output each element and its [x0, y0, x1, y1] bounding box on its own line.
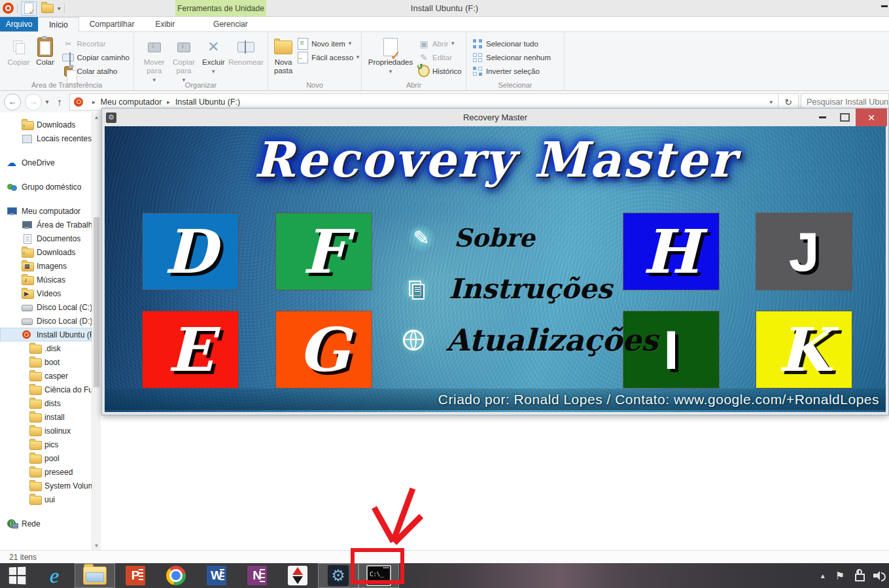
taskbar-internet-explorer-button[interactable]: e [34, 563, 75, 588]
close-button[interactable]: ✕ [856, 109, 887, 126]
tab-gerenciar[interactable]: Gerenciar [185, 17, 275, 31]
easy-access-button[interactable]: Fácil acesso ▼ [297, 52, 360, 63]
sidebar-item-boot[interactable]: boot [0, 355, 92, 369]
properties-button[interactable]: Propriedades ▼ [368, 35, 413, 76]
select-all-button[interactable]: Selecionar tudo [472, 38, 551, 49]
forward-button[interactable]: → [25, 94, 42, 111]
copy-to-button[interactable]: Copiar para ▼ [169, 35, 198, 84]
paste-shortcut-button[interactable]: Colar atalho [62, 65, 130, 77]
rename-label: Renomear [228, 58, 264, 67]
sidebar-item-pool[interactable]: pool [0, 451, 92, 465]
tab-compartilhar[interactable]: Compartilhar [79, 17, 145, 31]
sidebar-item-disco-local-c-[interactable]: Disco Local (C:) [0, 300, 92, 314]
scroll-down-icon[interactable]: ▼ [92, 541, 101, 550]
drive-tile-k[interactable]: K [756, 311, 852, 388]
open-button[interactable]: ▣ Abrir ▼ [418, 38, 462, 49]
maximize-button[interactable] [833, 109, 856, 126]
taskbar-start-button[interactable] [0, 563, 34, 588]
sidebar-item-label: Rede [22, 519, 41, 528]
breadcrumb-computer[interactable]: Meu computador [101, 97, 162, 107]
taskbar-file-explorer-button[interactable] [75, 563, 115, 588]
sidebar-item-imagens[interactable]: ▦Imagens [0, 259, 92, 273]
sidebar-item-system-volume[interactable]: System Volume [0, 479, 92, 493]
edit-button[interactable]: ✎ Editar [418, 52, 462, 63]
address-dropdown-icon[interactable]: ▾ [769, 99, 773, 105]
sidebar-item-ci-ncia-do-futu[interactable]: Ciência do Futu [0, 383, 92, 396]
qat-new-folder-button[interactable] [40, 2, 54, 15]
sidebar-item-disco-local-d-[interactable]: Disco Local (D:) [0, 314, 92, 328]
sidebar-item-uui[interactable]: uui [0, 493, 92, 506]
sidebar-item-v-deos[interactable]: ▶Vídeos [0, 286, 92, 300]
group-label-open: Abrir [362, 81, 466, 89]
drive-tile-g[interactable]: G [276, 311, 372, 388]
window-minimize-icon[interactable] [881, 5, 888, 7]
drive-tile-e[interactable]: E [143, 311, 238, 388]
taskbar-chrome-button[interactable] [156, 563, 196, 588]
sidebar-item-install-ubuntu-f-[interactable]: Install Ubuntu (F: [0, 328, 92, 341]
sidebar-item-dists[interactable]: dists [0, 396, 92, 410]
select-none-button[interactable]: Selecionar nenhum [472, 52, 551, 63]
up-button[interactable]: ↑ [52, 96, 67, 107]
taskbar-powerpoint-button[interactable]: P [115, 563, 156, 588]
sidebar-item-install[interactable]: install [0, 410, 92, 424]
delete-button[interactable]: ✕ Excluir ▼ [200, 35, 228, 76]
sidebar-item-onedrive[interactable]: ☁OneDrive [0, 156, 92, 169]
back-button[interactable]: ← [4, 94, 21, 111]
drive-tile-j[interactable]: J [756, 213, 852, 290]
scrollbar-thumb[interactable] [94, 217, 99, 387]
network-icon[interactable] [854, 572, 864, 580]
edit-label: Editar [432, 54, 452, 61]
drive-tile-d[interactable]: D [143, 213, 238, 290]
sidebar-item-pics[interactable]: pics [0, 438, 92, 451]
drive-tile-h[interactable]: H [623, 213, 719, 290]
recovery-logo-text: Recovery Master [105, 131, 886, 188]
menu-instrucoes[interactable]: Instruções [402, 273, 612, 305]
sidebar-item--rea-de-trabalho[interactable]: Área de Trabalho [0, 218, 92, 232]
move-to-button[interactable]: Mover para ▼ [140, 35, 168, 84]
sidebar-item-grupo-dom-stico[interactable]: Grupo doméstico [0, 180, 92, 194]
sidebar-item-downloads[interactable]: Downloads [0, 245, 92, 259]
qat-properties-button[interactable] [21, 1, 37, 16]
menu-sobre[interactable]: ✎ Sobre [407, 223, 535, 252]
taskbar-word-button[interactable]: W [196, 563, 237, 588]
sidebar-item--disk[interactable]: .disk [0, 341, 92, 355]
properties-icon [24, 3, 33, 14]
qat-customize-chevron-icon[interactable]: ▾ [58, 5, 61, 12]
new-folder-button[interactable]: Nova pasta [274, 35, 292, 75]
menu-atualizacoes[interactable]: Atualizações [399, 322, 658, 358]
drive-tile-f[interactable]: F [276, 213, 372, 290]
invert-selection-label: Inverter seleção [486, 67, 540, 75]
volume-icon[interactable] [873, 571, 885, 580]
copy-button[interactable]: Copiar [6, 35, 31, 67]
scroll-up-icon[interactable]: ▲ [92, 112, 101, 122]
history-button[interactable]: Histórico [418, 65, 462, 77]
sidebar-item-locais-recentes[interactable]: Locais recentes [0, 131, 92, 145]
breadcrumb-drive[interactable]: Install Ubuntu (F:) [175, 97, 240, 107]
sidebar-item-label: Locais recentes [37, 134, 92, 143]
sidebar-item-rede[interactable]: Rede [0, 517, 92, 530]
taskbar-updown-button[interactable] [277, 563, 318, 588]
sidebar-item-isolinux[interactable]: isolinux [0, 424, 92, 438]
rename-button[interactable]: Renomear [229, 35, 263, 67]
sidebar-item-casper[interactable]: casper [0, 369, 92, 383]
sidebar-item-meu-computador[interactable]: Meu computador [0, 204, 92, 218]
recent-pages-chevron-icon[interactable]: ▾ [42, 98, 52, 105]
tray-chevron-up-icon[interactable]: ▲ [820, 572, 826, 579]
copy-path-button[interactable]: Copiar caminho [62, 52, 130, 63]
invert-selection-button[interactable]: Inverter seleção [472, 65, 551, 77]
action-center-flag-icon[interactable]: ⚑ [835, 570, 845, 582]
taskbar-onenote-button[interactable]: N [237, 563, 277, 588]
minimize-button[interactable] [811, 109, 833, 126]
tab-arquivo[interactable]: Arquivo [0, 17, 38, 31]
cut-button[interactable]: ✂ Recortar [62, 38, 130, 49]
sidebar-scrollbar[interactable]: ▲ ▼ [92, 112, 101, 550]
sidebar-item-documentos[interactable]: Documentos [0, 232, 92, 245]
recovery-titlebar[interactable]: ⚙ Recovery Master ✕ [102, 109, 888, 126]
paste-button[interactable]: Colar [33, 35, 58, 67]
sidebar-item-preseed[interactable]: preseed [0, 465, 92, 479]
new-item-button[interactable]: Novo item ▼ [297, 38, 360, 49]
tab-inicio[interactable]: Início [38, 17, 79, 32]
sidebar-item-downloads[interactable]: Downloads [0, 118, 92, 131]
tab-exibir[interactable]: Exibir [145, 17, 185, 31]
sidebar-item-m-sicas[interactable]: ♪Músicas [0, 273, 92, 286]
